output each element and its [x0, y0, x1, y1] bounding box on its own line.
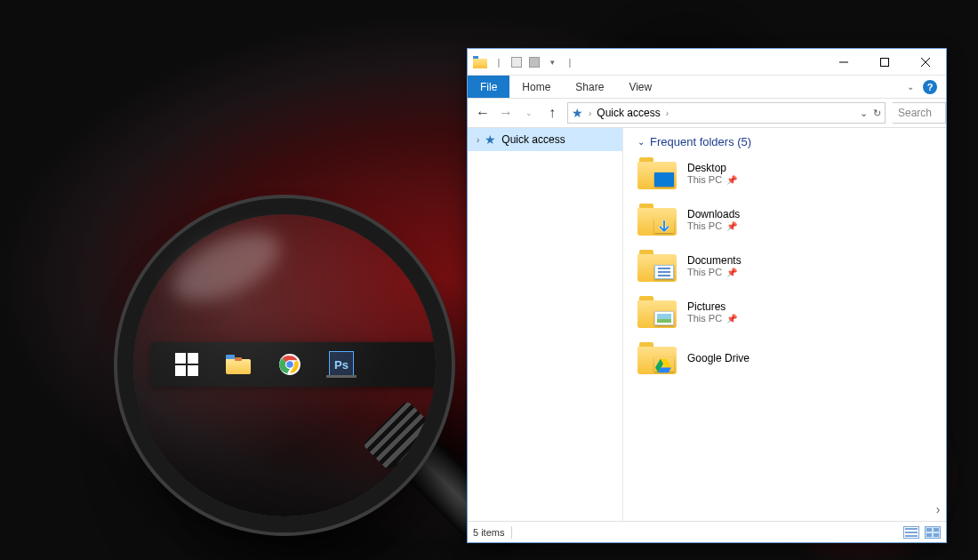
- nav-back-button[interactable]: ←: [475, 105, 491, 121]
- breadcrumb-sep[interactable]: ›: [589, 108, 591, 118]
- nav-up-button[interactable]: ↑: [544, 105, 560, 121]
- pin-icon: 📌: [726, 175, 737, 185]
- ribbon: File Home Share View ⌄ ?: [468, 76, 946, 99]
- status-item-count: 5 items: [473, 527, 504, 538]
- folder-item-downloads[interactable]: DownloadsThis PC 📌: [637, 204, 946, 236]
- horizontal-scroll-right[interactable]: ›: [930, 501, 946, 517]
- photoshop-icon: Ps: [329, 351, 354, 378]
- nav-forward-button: →: [498, 105, 514, 121]
- window-icon[interactable]: [473, 56, 487, 68]
- breadcrumb-location[interactable]: Quick access: [597, 107, 660, 119]
- folder-name: Documents: [687, 254, 742, 267]
- taskbar-chrome[interactable]: [277, 352, 302, 377]
- folder-icon: [637, 342, 677, 374]
- svg-rect-4: [881, 58, 889, 66]
- ribbon-tab-file[interactable]: File: [468, 76, 509, 98]
- pin-icon: 📌: [726, 268, 737, 277]
- search-input[interactable]: Search: [893, 102, 946, 124]
- ribbon-tab-home[interactable]: Home: [509, 76, 563, 98]
- taskbar: Ps: [151, 342, 445, 387]
- close-button[interactable]: [905, 49, 946, 76]
- folder-icon: [637, 157, 677, 189]
- qat-sep2: |: [564, 56, 576, 68]
- view-tiles-button[interactable]: [925, 526, 941, 539]
- quick-access-star-icon: ★: [572, 106, 583, 120]
- sidebar-label: Quick access: [501, 133, 565, 146]
- file-explorer-icon: [226, 355, 251, 374]
- taskbar-active-indicator: [326, 375, 357, 378]
- qat-properties[interactable]: [510, 56, 523, 68]
- lens-glare: [163, 218, 290, 315]
- content-pane: ⌄ Frequent folders (5) DesktopThis PC 📌D…: [623, 128, 946, 521]
- folder-location: This PC 📌: [687, 313, 737, 324]
- star-icon: ★: [485, 132, 496, 147]
- qat-dropdown[interactable]: [528, 56, 541, 68]
- taskbar-file-explorer[interactable]: [226, 352, 251, 377]
- address-dropdown[interactable]: ⌄: [860, 108, 868, 119]
- address-input[interactable]: ★ › Quick access › ⌄↻: [567, 102, 886, 124]
- folder-item-pictures[interactable]: PicturesThis PC 📌: [637, 296, 946, 328]
- expand-icon[interactable]: ›: [477, 135, 479, 145]
- folder-icon: [637, 204, 677, 236]
- qat-customize[interactable]: ▾: [546, 56, 558, 68]
- folder-name: Desktop: [687, 162, 737, 174]
- nav-recent-dropdown[interactable]: ⌄: [521, 105, 537, 121]
- folder-location: This PC 📌: [687, 267, 742, 277]
- folder-name: Pictures: [687, 300, 737, 313]
- start-button[interactable]: [174, 352, 199, 377]
- file-explorer-window: | ▾ | File Home Share View ⌄ ? ← → ⌄ ↑ ★…: [467, 48, 947, 543]
- folder-name: Downloads: [687, 208, 740, 220]
- folder-location: This PC 📌: [687, 220, 740, 231]
- minimize-button[interactable]: [823, 49, 864, 76]
- collapse-icon[interactable]: ⌄: [637, 137, 645, 147]
- qat-separator: |: [493, 56, 505, 68]
- breadcrumb-sep2[interactable]: ›: [666, 108, 669, 118]
- windows-logo-icon: [175, 353, 198, 376]
- group-header[interactable]: ⌄ Frequent folders (5): [637, 135, 946, 148]
- chrome-icon: [278, 353, 301, 376]
- folder-item-documents[interactable]: DocumentsThis PC 📌: [637, 250, 946, 282]
- maximize-button[interactable]: [864, 49, 905, 76]
- pin-icon: 📌: [726, 314, 737, 324]
- view-details-button[interactable]: [903, 526, 919, 539]
- ribbon-expand-icon[interactable]: ⌄: [907, 82, 914, 92]
- ribbon-tab-share[interactable]: Share: [563, 76, 616, 98]
- folder-name: Google Drive: [687, 352, 750, 364]
- sidebar-item-quick-access[interactable]: › ★ Quick access: [468, 128, 622, 151]
- taskbar-photoshop[interactable]: Ps: [329, 352, 354, 377]
- ribbon-tab-view[interactable]: View: [616, 76, 664, 98]
- folder-icon: [637, 250, 677, 282]
- folder-item-google-drive[interactable]: Google Drive: [637, 342, 946, 374]
- pin-icon: 📌: [726, 221, 737, 231]
- help-icon[interactable]: ?: [923, 80, 937, 94]
- refresh-icon[interactable]: ↻: [873, 108, 881, 119]
- navigation-pane: › ★ Quick access: [468, 128, 623, 521]
- folder-location: This PC 📌: [687, 174, 737, 185]
- titlebar: | ▾ |: [468, 49, 946, 76]
- folder-icon: [637, 296, 677, 328]
- group-title: Frequent folders (5): [650, 135, 751, 148]
- addressbar: ← → ⌄ ↑ ★ › Quick access › ⌄↻ Search: [468, 99, 946, 128]
- folder-item-desktop[interactable]: DesktopThis PC 📌: [637, 157, 946, 189]
- statusbar: 5 items: [468, 521, 946, 542]
